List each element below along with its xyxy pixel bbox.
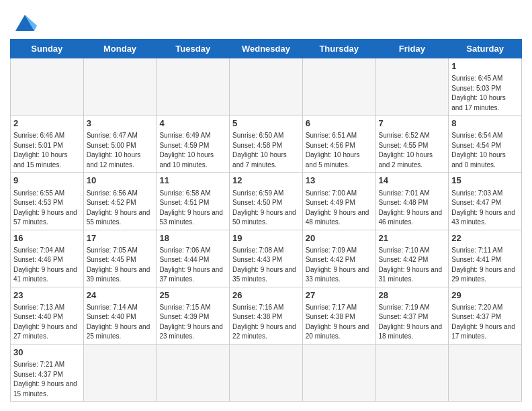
day-info: Sunrise: 6:46 AM Sunset: 5:01 PM Dayligh… (13, 131, 81, 170)
calendar-cell: 3Sunrise: 6:47 AM Sunset: 5:00 PM Daylig… (83, 116, 157, 173)
calendar-cell: 19Sunrise: 7:08 AM Sunset: 4:43 PM Dayli… (230, 230, 303, 287)
day-info: Sunrise: 6:58 AM Sunset: 4:51 PM Dayligh… (159, 189, 226, 228)
calendar-cell: 29Sunrise: 7:20 AM Sunset: 4:37 PM Dayli… (449, 287, 522, 344)
calendar-week-row: 9Sunrise: 6:55 AM Sunset: 4:53 PM Daylig… (11, 173, 522, 230)
day-info: Sunrise: 7:17 AM Sunset: 4:38 PM Dayligh… (306, 303, 373, 342)
day-number: 15 (451, 175, 519, 187)
day-number: 21 (379, 232, 446, 244)
calendar-cell: 12Sunrise: 6:59 AM Sunset: 4:50 PM Dayli… (230, 173, 303, 230)
day-number: 6 (306, 118, 373, 130)
calendar-header-wednesday: Wednesday (230, 40, 303, 58)
calendar-cell: 1Sunrise: 6:45 AM Sunset: 5:03 PM Daylig… (449, 58, 522, 116)
day-info: Sunrise: 7:14 AM Sunset: 4:40 PM Dayligh… (87, 303, 154, 342)
calendar-cell: 21Sunrise: 7:10 AM Sunset: 4:42 PM Dayli… (375, 230, 449, 287)
day-number: 27 (306, 289, 373, 302)
header (10, 7, 522, 34)
day-info: Sunrise: 7:04 AM Sunset: 4:46 PM Dayligh… (13, 246, 81, 285)
day-number: 10 (87, 175, 154, 187)
day-info: Sunrise: 6:59 AM Sunset: 4:50 PM Dayligh… (232, 189, 300, 228)
calendar-cell: 13Sunrise: 7:00 AM Sunset: 4:49 PM Dayli… (302, 173, 375, 230)
calendar-cell: 27Sunrise: 7:17 AM Sunset: 4:38 PM Dayli… (302, 287, 375, 344)
calendar-cell (157, 58, 230, 116)
calendar-cell: 20Sunrise: 7:09 AM Sunset: 4:42 PM Dayli… (302, 230, 375, 287)
day-number: 2 (13, 118, 81, 130)
day-info: Sunrise: 6:51 AM Sunset: 4:56 PM Dayligh… (306, 131, 373, 170)
calendar-cell: 18Sunrise: 7:06 AM Sunset: 4:44 PM Dayli… (157, 230, 230, 287)
day-info: Sunrise: 7:03 AM Sunset: 4:47 PM Dayligh… (451, 189, 519, 228)
day-number: 3 (87, 118, 154, 130)
day-number: 30 (13, 347, 81, 359)
day-info: Sunrise: 6:50 AM Sunset: 4:58 PM Dayligh… (232, 131, 300, 170)
calendar-cell: 25Sunrise: 7:15 AM Sunset: 4:39 PM Dayli… (157, 287, 230, 344)
day-number: 19 (232, 232, 300, 244)
day-info: Sunrise: 6:47 AM Sunset: 5:00 PM Dayligh… (87, 131, 154, 170)
day-info: Sunrise: 7:11 AM Sunset: 4:41 PM Dayligh… (451, 246, 519, 285)
calendar-cell: 16Sunrise: 7:04 AM Sunset: 4:46 PM Dayli… (11, 230, 84, 287)
day-number: 26 (232, 289, 300, 302)
calendar-header-row: SundayMondayTuesdayWednesdayThursdayFrid… (11, 40, 522, 58)
calendar-cell: 11Sunrise: 6:58 AM Sunset: 4:51 PM Dayli… (157, 173, 230, 230)
calendar-cell: 15Sunrise: 7:03 AM Sunset: 4:47 PM Dayli… (449, 173, 522, 230)
day-number: 16 (13, 232, 81, 244)
day-info: Sunrise: 7:01 AM Sunset: 4:48 PM Dayligh… (379, 189, 446, 228)
day-number: 23 (13, 289, 81, 302)
day-number: 29 (451, 289, 519, 302)
calendar-week-row: 23Sunrise: 7:13 AM Sunset: 4:40 PM Dayli… (11, 287, 522, 344)
calendar-cell: 9Sunrise: 6:55 AM Sunset: 4:53 PM Daylig… (11, 173, 84, 230)
calendar-week-row: 2Sunrise: 6:46 AM Sunset: 5:01 PM Daylig… (11, 116, 522, 173)
day-number: 24 (87, 289, 154, 302)
calendar-cell: 30Sunrise: 7:21 AM Sunset: 4:37 PM Dayli… (11, 344, 84, 401)
day-number: 7 (379, 118, 446, 130)
logo-icon (13, 12, 37, 34)
day-info: Sunrise: 6:52 AM Sunset: 4:55 PM Dayligh… (379, 131, 446, 170)
calendar-cell: 26Sunrise: 7:16 AM Sunset: 4:38 PM Dayli… (230, 287, 303, 344)
calendar-cell: 5Sunrise: 6:50 AM Sunset: 4:58 PM Daylig… (230, 116, 303, 173)
calendar-cell: 10Sunrise: 6:56 AM Sunset: 4:52 PM Dayli… (83, 173, 157, 230)
calendar-cell (230, 344, 303, 401)
calendar-header-tuesday: Tuesday (157, 40, 230, 58)
day-number: 5 (232, 118, 300, 130)
page: SundayMondayTuesdayWednesdayThursdayFrid… (0, 0, 532, 411)
calendar: SundayMondayTuesdayWednesdayThursdayFrid… (10, 39, 522, 402)
day-info: Sunrise: 7:15 AM Sunset: 4:39 PM Dayligh… (159, 303, 226, 342)
calendar-cell: 8Sunrise: 6:54 AM Sunset: 4:54 PM Daylig… (449, 116, 522, 173)
day-info: Sunrise: 7:13 AM Sunset: 4:40 PM Dayligh… (13, 303, 81, 342)
day-info: Sunrise: 7:09 AM Sunset: 4:42 PM Dayligh… (306, 246, 373, 285)
calendar-cell: 24Sunrise: 7:14 AM Sunset: 4:40 PM Dayli… (83, 287, 157, 344)
day-number: 14 (379, 175, 446, 187)
day-info: Sunrise: 7:05 AM Sunset: 4:45 PM Dayligh… (87, 246, 154, 285)
calendar-header-sunday: Sunday (11, 40, 84, 58)
day-number: 17 (87, 232, 154, 244)
calendar-cell (449, 344, 522, 401)
day-info: Sunrise: 7:16 AM Sunset: 4:38 PM Dayligh… (232, 303, 300, 342)
calendar-cell: 17Sunrise: 7:05 AM Sunset: 4:45 PM Dayli… (83, 230, 157, 287)
calendar-cell: 7Sunrise: 6:52 AM Sunset: 4:55 PM Daylig… (375, 116, 449, 173)
calendar-cell: 2Sunrise: 6:46 AM Sunset: 5:01 PM Daylig… (11, 116, 84, 173)
calendar-cell: 14Sunrise: 7:01 AM Sunset: 4:48 PM Dayli… (375, 173, 449, 230)
calendar-cell (375, 344, 449, 401)
day-info: Sunrise: 6:54 AM Sunset: 4:54 PM Dayligh… (451, 131, 519, 170)
day-info: Sunrise: 6:56 AM Sunset: 4:52 PM Dayligh… (87, 189, 154, 228)
day-info: Sunrise: 7:08 AM Sunset: 4:43 PM Dayligh… (232, 246, 300, 285)
calendar-cell (83, 344, 157, 401)
logo (10, 12, 37, 34)
day-info: Sunrise: 7:00 AM Sunset: 4:49 PM Dayligh… (306, 189, 373, 228)
calendar-header-friday: Friday (375, 40, 449, 58)
calendar-cell (302, 344, 375, 401)
calendar-cell (230, 58, 303, 116)
day-number: 11 (159, 175, 226, 187)
calendar-cell (11, 58, 84, 116)
day-info: Sunrise: 7:06 AM Sunset: 4:44 PM Dayligh… (159, 246, 226, 285)
day-info: Sunrise: 6:45 AM Sunset: 5:03 PM Dayligh… (451, 74, 519, 113)
day-number: 18 (159, 232, 226, 244)
day-info: Sunrise: 7:19 AM Sunset: 4:37 PM Dayligh… (379, 303, 446, 342)
day-number: 22 (451, 232, 519, 244)
day-number: 9 (13, 175, 81, 187)
calendar-week-row: 1Sunrise: 6:45 AM Sunset: 5:03 PM Daylig… (11, 58, 522, 116)
day-number: 8 (451, 118, 519, 130)
calendar-cell: 28Sunrise: 7:19 AM Sunset: 4:37 PM Dayli… (375, 287, 449, 344)
day-number: 28 (379, 289, 446, 302)
day-number: 1 (451, 60, 519, 73)
calendar-cell: 23Sunrise: 7:13 AM Sunset: 4:40 PM Dayli… (11, 287, 84, 344)
day-info: Sunrise: 7:10 AM Sunset: 4:42 PM Dayligh… (379, 246, 446, 285)
